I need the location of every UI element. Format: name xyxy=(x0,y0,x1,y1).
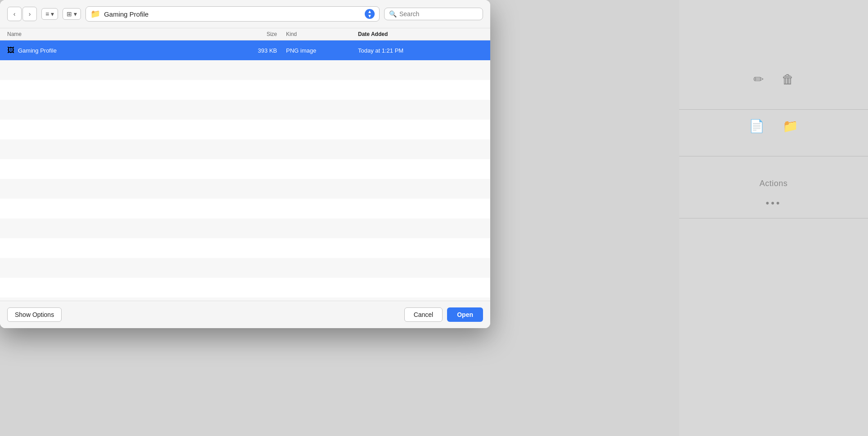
empty-row xyxy=(0,179,490,199)
file-name: Gaming Profile xyxy=(18,47,57,54)
location-chevrons[interactable]: ▲▼ xyxy=(365,9,375,19)
edit-delete-section: ✏ 🗑 xyxy=(679,63,868,110)
new-file-icon[interactable]: 📄 xyxy=(749,119,765,133)
edit-delete-group: ✏ 🗑 xyxy=(753,72,794,87)
file-list: 🖼 Gaming Profile 393 KB PNG image Today … xyxy=(0,40,490,301)
new-file-folder-group: 📄 📁 xyxy=(749,119,798,133)
col-header-name[interactable]: Name xyxy=(7,31,223,37)
location-text: Gaming Profile xyxy=(104,10,361,18)
file-date: Today at 1:21 PM xyxy=(349,47,483,54)
open-button[interactable]: Open xyxy=(447,307,483,322)
empty-row xyxy=(0,258,490,278)
right-panel: ✏ 🗑 📄 📁 Actions ••• xyxy=(679,0,868,436)
view-button-group: ≡ ▾ ⊞ ▾ xyxy=(41,8,81,20)
empty-row xyxy=(0,298,490,301)
empty-row xyxy=(0,278,490,298)
actions-label: Actions xyxy=(760,179,788,188)
folder-icon: 📁 xyxy=(90,9,100,19)
cancel-button[interactable]: Cancel xyxy=(404,307,443,322)
up-down-arrows: ▲▼ xyxy=(367,9,372,18)
list-view-button[interactable]: ≡ ▾ xyxy=(41,8,58,20)
dialog-toolbar: ‹ › ≡ ▾ ⊞ ▾ 📁 Gaming Profile ▲▼ 🔍 xyxy=(0,0,490,28)
file-name-col: 🖼 Gaming Profile xyxy=(7,46,223,54)
dialog-footer: Show Options Cancel Open xyxy=(0,301,490,328)
grid-view-icon: ⊞ xyxy=(67,10,72,18)
location-bar[interactable]: 📁 Gaming Profile ▲▼ xyxy=(85,6,380,22)
forward-button[interactable]: › xyxy=(22,7,37,21)
edit-icon[interactable]: ✏ xyxy=(753,72,764,87)
more-actions-button[interactable]: ••• xyxy=(765,197,781,209)
col-header-date[interactable]: Date Added xyxy=(349,31,483,37)
search-icon: 🔍 xyxy=(389,10,397,18)
empty-row xyxy=(0,80,490,100)
list-view-icon: ≡ xyxy=(45,10,49,18)
new-file-folder-section: 📄 📁 xyxy=(679,110,868,156)
list-view-chevron: ▾ xyxy=(51,10,54,18)
footer-right-buttons: Cancel Open xyxy=(404,307,483,322)
show-options-button[interactable]: Show Options xyxy=(7,307,62,322)
new-folder-icon[interactable]: 📁 xyxy=(783,119,798,133)
search-bar[interactable]: 🔍 xyxy=(384,8,483,20)
col-header-size[interactable]: Size xyxy=(223,31,277,37)
table-row[interactable]: 🖼 Gaming Profile 393 KB PNG image Today … xyxy=(0,40,490,60)
empty-row xyxy=(0,100,490,120)
actions-section: Actions ••• xyxy=(679,156,868,218)
file-size: 393 KB xyxy=(223,47,277,54)
file-kind: PNG image xyxy=(277,47,349,54)
delete-icon[interactable]: 🗑 xyxy=(782,72,794,87)
back-button[interactable]: ‹ xyxy=(7,7,22,21)
grid-view-button[interactable]: ⊞ ▾ xyxy=(63,8,81,20)
file-open-dialog: ‹ › ≡ ▾ ⊞ ▾ 📁 Gaming Profile ▲▼ 🔍 xyxy=(0,0,490,328)
empty-row xyxy=(0,120,490,139)
column-headers: Name Size Kind Date Added xyxy=(0,28,490,40)
empty-row xyxy=(0,199,490,218)
col-header-kind[interactable]: Kind xyxy=(277,31,349,37)
search-input[interactable] xyxy=(399,10,478,18)
grid-view-chevron: ▾ xyxy=(74,10,77,18)
empty-row xyxy=(0,159,490,179)
empty-row xyxy=(0,218,490,238)
file-type-icon: 🖼 xyxy=(7,46,14,54)
empty-row xyxy=(0,60,490,80)
nav-button-group: ‹ › xyxy=(7,7,37,21)
empty-row xyxy=(0,139,490,159)
empty-row xyxy=(0,238,490,258)
